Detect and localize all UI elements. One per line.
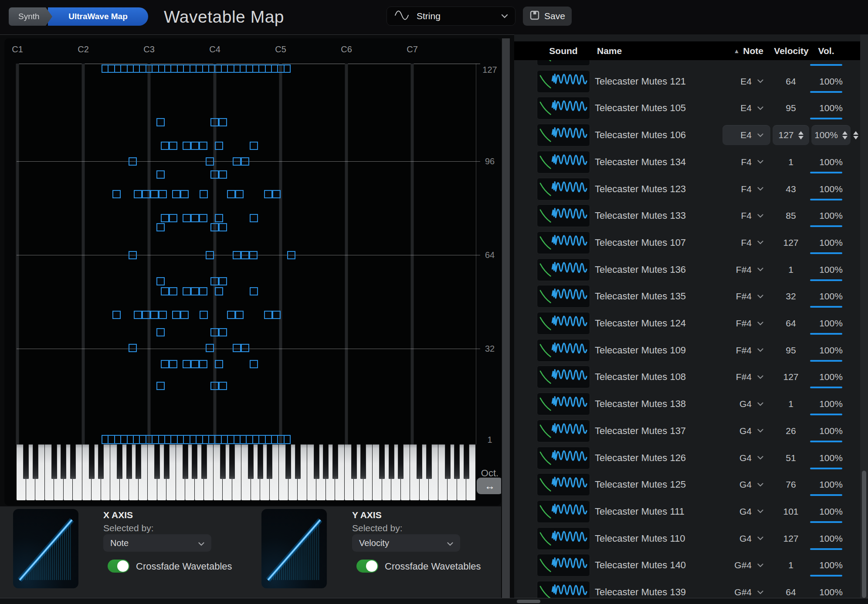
note-dropdown[interactable]: F4 xyxy=(722,179,770,199)
black-key[interactable] xyxy=(360,445,366,479)
table-row[interactable]: Telecaster Mutes 125 G4 76 100% xyxy=(514,471,860,498)
volume-field[interactable]: 100% xyxy=(811,286,851,306)
velocity-field[interactable]: 127 xyxy=(773,529,809,549)
sample-zone[interactable] xyxy=(191,214,199,222)
sample-zone[interactable] xyxy=(215,142,223,150)
velocity-field[interactable]: 127 xyxy=(773,125,809,145)
velocity-field[interactable]: 127 xyxy=(773,367,809,387)
sample-zone[interactable] xyxy=(241,157,249,166)
row-edge-stepper[interactable] xyxy=(853,122,858,149)
sample-zone[interactable] xyxy=(272,311,281,319)
sample-zone[interactable] xyxy=(264,311,272,319)
velocity-field[interactable]: 64 xyxy=(773,71,809,92)
table-row[interactable]: Telecaster Mutes 139 G#4 64 100% xyxy=(514,579,860,598)
note-dropdown[interactable]: G4 xyxy=(722,502,770,522)
preset-select[interactable]: String xyxy=(387,7,515,26)
sample-zone[interactable] xyxy=(215,287,223,295)
sample-zone[interactable] xyxy=(200,311,208,319)
table-row[interactable]: Telecaster Mutes 135 F#4 32 100% xyxy=(514,283,860,310)
waveform-thumbnail[interactable] xyxy=(537,285,590,308)
sample-zone[interactable] xyxy=(272,190,281,198)
waveform-thumbnail[interactable] xyxy=(537,473,590,496)
waveform-thumbnail[interactable] xyxy=(537,339,590,362)
table-row[interactable]: Telecaster Mutes 140 G#4 1 100% xyxy=(514,552,860,579)
black-key[interactable] xyxy=(136,445,141,479)
black-key[interactable] xyxy=(33,445,38,479)
black-key[interactable] xyxy=(154,445,160,479)
sample-zone[interactable] xyxy=(250,214,258,222)
black-key[interactable] xyxy=(248,445,254,479)
table-row[interactable]: Telecaster Mutes 106 E4 127 100% xyxy=(514,122,860,149)
black-key[interactable] xyxy=(258,445,263,479)
black-key[interactable] xyxy=(445,445,451,479)
volume-field[interactable]: 100% xyxy=(811,313,851,333)
table-row[interactable]: Telecaster Mutes 111 G4 101 100% xyxy=(514,498,860,525)
sample-zone[interactable] xyxy=(156,277,165,285)
black-key[interactable] xyxy=(201,445,207,479)
sample-zone[interactable] xyxy=(172,311,180,319)
horizontal-scrollbar-track[interactable] xyxy=(0,598,868,604)
sample-zone[interactable] xyxy=(150,311,159,319)
waveform-thumbnail[interactable] xyxy=(537,178,590,200)
velocity-field[interactable]: 32 xyxy=(773,286,809,306)
black-key[interactable] xyxy=(295,445,301,479)
black-key[interactable] xyxy=(23,445,29,479)
zone-strip[interactable] xyxy=(102,435,291,444)
sample-zone[interactable] xyxy=(169,287,177,295)
table-row[interactable]: Telecaster Mutes 105 E4 95 100% xyxy=(514,95,860,122)
sample-zone[interactable] xyxy=(264,190,272,198)
waveform-thumbnail[interactable] xyxy=(537,258,590,281)
sample-zone[interactable] xyxy=(199,214,207,222)
sample-zone[interactable] xyxy=(235,311,244,319)
sample-zone[interactable] xyxy=(161,360,169,368)
velocity-field[interactable]: 64 xyxy=(773,582,809,598)
volume-field[interactable]: 100% xyxy=(811,475,851,495)
black-key[interactable] xyxy=(70,445,76,479)
velocity-stepper[interactable] xyxy=(798,131,804,139)
velocity-field[interactable] xyxy=(773,60,809,64)
velocity-field[interactable]: 1 xyxy=(773,555,809,575)
sample-zone[interactable] xyxy=(161,142,169,150)
velocity-field[interactable]: 51 xyxy=(773,448,809,468)
note-dropdown[interactable] xyxy=(722,60,770,64)
sample-zone[interactable] xyxy=(161,287,169,295)
black-key[interactable] xyxy=(426,445,432,479)
velocity-field[interactable]: 1 xyxy=(773,394,809,414)
volume-field[interactable]: 100% xyxy=(811,260,851,280)
sample-zone[interactable] xyxy=(206,251,214,259)
black-key[interactable] xyxy=(183,445,188,479)
table-row[interactable]: Telecaster Mutes 126 G4 51 100% xyxy=(514,445,860,472)
sample-zone[interactable] xyxy=(227,311,235,319)
zone-strip[interactable] xyxy=(102,64,291,73)
volume-field[interactable]: 100% xyxy=(811,98,851,118)
piano-keyboard[interactable] xyxy=(17,445,476,500)
y-axis-curve-thumbnail[interactable] xyxy=(261,509,327,588)
note-dropdown[interactable]: E4 xyxy=(722,98,770,118)
sample-zone[interactable] xyxy=(219,277,227,285)
black-key[interactable] xyxy=(51,445,57,479)
volume-field[interactable]: 100% xyxy=(811,152,851,172)
black-key[interactable] xyxy=(417,445,422,479)
sample-zone[interactable] xyxy=(159,190,167,198)
sample-zone[interactable] xyxy=(250,142,258,150)
black-key[interactable] xyxy=(314,445,319,479)
sample-zone[interactable] xyxy=(156,118,165,126)
table-row[interactable]: Telecaster Mutes 137 G4 26 100% xyxy=(514,417,860,445)
column-header-vol[interactable]: Vol. xyxy=(800,46,852,56)
volume-field[interactable]: 100% xyxy=(811,340,851,360)
table-row[interactable]: Telecaster Mutes 138 G4 1 100% xyxy=(514,390,860,417)
note-dropdown[interactable]: G4 xyxy=(722,421,770,441)
table-row[interactable]: Telecaster Mutes 133 F4 85 100% xyxy=(514,202,860,229)
black-key[interactable] xyxy=(398,445,403,479)
x-axis-crossfade-toggle[interactable] xyxy=(108,560,129,573)
sample-zone[interactable] xyxy=(200,190,208,198)
velocity-field[interactable]: 64 xyxy=(773,313,809,333)
sample-zone[interactable] xyxy=(183,360,191,368)
sample-zone[interactable] xyxy=(241,344,249,352)
sample-zone[interactable] xyxy=(161,214,169,222)
vertical-scrollbar-thumb[interactable] xyxy=(862,471,866,598)
volume-field[interactable]: 100% xyxy=(811,421,851,441)
sample-zone[interactable] xyxy=(180,190,189,198)
waveform-thumbnail[interactable] xyxy=(537,70,590,93)
x-axis-curve-thumbnail[interactable] xyxy=(13,509,78,588)
